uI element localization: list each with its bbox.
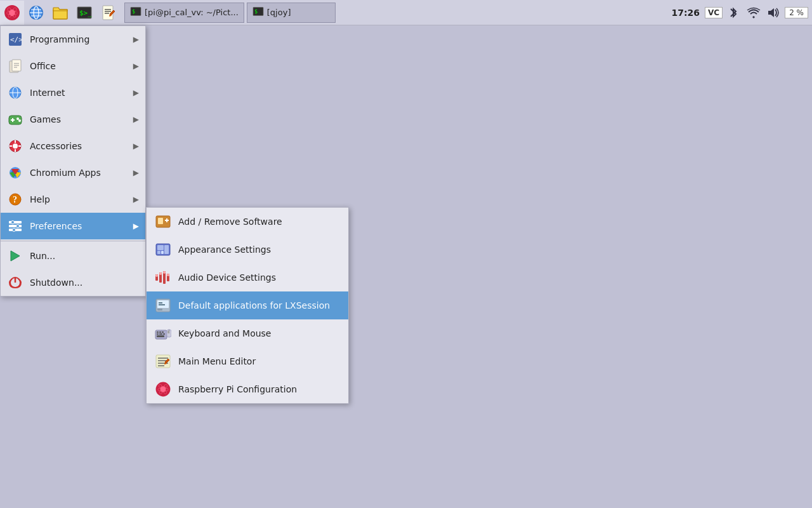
programming-label: Programming bbox=[30, 34, 133, 44]
wifi-icon[interactable] bbox=[744, 1, 763, 24]
raspberry-menu-button[interactable] bbox=[0, 1, 24, 25]
svg-point-2 bbox=[8, 8, 11, 11]
svg-rect-66 bbox=[161, 251, 164, 254]
games-arrow: ▶ bbox=[133, 115, 139, 124]
help-label: Help bbox=[30, 194, 133, 204]
svg-point-54 bbox=[16, 225, 20, 228]
sidebar-item-accessories[interactable]: Accessories ▶ bbox=[1, 133, 145, 159]
preferences-arrow: ▶ bbox=[133, 222, 139, 231]
sidebar-item-internet[interactable]: Internet ▶ bbox=[1, 79, 145, 106]
svg-rect-77 bbox=[157, 300, 169, 308]
svg-point-7 bbox=[13, 15, 16, 17]
svg-point-53 bbox=[11, 221, 15, 224]
help-arrow: ▶ bbox=[133, 195, 139, 204]
svg-rect-78 bbox=[157, 309, 162, 311]
preferences-icon bbox=[7, 218, 23, 234]
file-manager-button[interactable] bbox=[48, 1, 72, 25]
accessories-label: Accessories bbox=[30, 141, 133, 151]
svg-rect-84 bbox=[162, 331, 164, 333]
submenu-item-keyboard-and-mouse[interactable]: Keyboard and Mouse bbox=[147, 319, 348, 347]
svg-point-5 bbox=[15, 11, 17, 14]
volume-icon[interactable] bbox=[764, 1, 783, 24]
preferences-submenu: Add / Remove Software Appearance Setting… bbox=[146, 207, 349, 404]
internet-arrow: ▶ bbox=[133, 88, 139, 97]
terminal-button[interactable]: $>_ bbox=[72, 1, 96, 25]
svg-rect-64 bbox=[157, 245, 164, 250]
svg-point-99 bbox=[159, 384, 162, 387]
programming-icon: </> bbox=[7, 31, 23, 48]
svg-rect-65 bbox=[157, 251, 160, 254]
svg-point-104 bbox=[164, 391, 167, 394]
svg-rect-86 bbox=[159, 333, 162, 335]
svg-point-6 bbox=[8, 15, 11, 17]
svg-rect-60 bbox=[158, 218, 163, 224]
svg-point-100 bbox=[164, 384, 167, 387]
keyboard-and-mouse-icon bbox=[154, 324, 172, 342]
default-applications-label: Default applications for LXSession bbox=[178, 300, 330, 311]
qjoy-window-label: [qjoy] bbox=[267, 8, 291, 17]
taskbar-window-terminal[interactable]: $ [pi@pi_cal_vv: ~/Pict... bbox=[124, 3, 244, 23]
svg-rect-82 bbox=[157, 331, 159, 333]
shutdown-icon bbox=[7, 274, 23, 291]
svg-point-102 bbox=[166, 388, 168, 391]
accessories-arrow: ▶ bbox=[133, 142, 139, 150]
office-icon bbox=[7, 58, 23, 74]
svg-point-74 bbox=[163, 271, 166, 274]
chromium-apps-arrow: ▶ bbox=[133, 168, 139, 177]
sidebar-item-games[interactable]: Games ▶ bbox=[1, 106, 145, 133]
browser-button[interactable] bbox=[24, 1, 48, 25]
shutdown-label: Shutdown... bbox=[30, 277, 139, 288]
help-icon: ? bbox=[7, 191, 23, 208]
main-menu: </> Programming ▶ Office ▶ bbox=[0, 25, 146, 297]
preferences-label: Preferences bbox=[30, 221, 133, 231]
bluetooth-icon[interactable] bbox=[724, 1, 743, 24]
taskbar-right: 17:26 VC 2 % bbox=[667, 1, 812, 24]
sidebar-item-office[interactable]: Office ▶ bbox=[1, 53, 145, 79]
svg-point-101 bbox=[158, 388, 160, 391]
svg-point-38 bbox=[16, 117, 19, 120]
svg-marker-24 bbox=[768, 8, 774, 17]
games-label: Games bbox=[30, 114, 133, 124]
svg-point-41 bbox=[13, 144, 18, 149]
desktop: </> Programming ▶ Office ▶ bbox=[0, 25, 812, 508]
sidebar-item-chromium-apps[interactable]: Chromium Apps ▶ bbox=[1, 159, 145, 186]
taskbar: $>_ $ [pi@pi_cal_vv: ~/Pict... bbox=[0, 0, 812, 25]
svg-text:?: ? bbox=[13, 195, 17, 204]
sidebar-item-programming[interactable]: </> Programming ▶ bbox=[1, 26, 145, 53]
submenu-item-add-remove-software[interactable]: Add / Remove Software bbox=[147, 208, 348, 236]
qjoy-window-icon: $ bbox=[252, 6, 264, 18]
programming-arrow: ▶ bbox=[133, 35, 139, 44]
submenu-item-raspberry-pi-configuration[interactable]: Raspberry Pi Configuration bbox=[147, 375, 348, 403]
menu-separator bbox=[1, 241, 145, 241]
submenu-item-audio-device-settings[interactable]: Audio Device Settings bbox=[147, 264, 348, 291]
svg-text:$: $ bbox=[132, 9, 135, 15]
appearance-settings-icon bbox=[154, 241, 172, 258]
svg-rect-85 bbox=[157, 333, 159, 335]
svg-point-3 bbox=[13, 8, 16, 11]
submenu-item-appearance-settings[interactable]: Appearance Settings bbox=[147, 236, 348, 264]
svg-text:</>: </> bbox=[10, 36, 22, 44]
taskbar-window-qjoy[interactable]: $ [qjoy] bbox=[247, 3, 336, 23]
terminal-window-icon: $ bbox=[130, 6, 141, 18]
svg-point-75 bbox=[167, 274, 169, 276]
terminal-window-label: [pi@pi_cal_vv: ~/Pict... bbox=[145, 8, 239, 17]
svg-point-103 bbox=[159, 391, 162, 394]
submenu-item-default-applications[interactable]: Default applications for LXSession bbox=[147, 291, 348, 319]
sidebar-item-run[interactable]: Run... bbox=[1, 243, 145, 269]
taskbar-left: $>_ $ [pi@pi_cal_vv: ~/Pict... bbox=[0, 1, 667, 25]
vc-badge: VC bbox=[705, 7, 723, 18]
svg-point-55 bbox=[13, 229, 16, 232]
svg-rect-88 bbox=[157, 335, 164, 337]
raspberry-pi-configuration-icon bbox=[154, 380, 172, 398]
appearance-settings-label: Appearance Settings bbox=[178, 244, 271, 255]
sidebar-item-preferences[interactable]: Preferences ▶ bbox=[1, 213, 145, 239]
svg-point-72 bbox=[155, 274, 158, 277]
office-label: Office bbox=[30, 61, 133, 71]
submenu-item-main-menu-editor[interactable]: Main Menu Editor bbox=[147, 347, 348, 375]
text-editor-button[interactable] bbox=[96, 1, 121, 25]
sidebar-item-help[interactable]: ? Help ▶ bbox=[1, 186, 145, 213]
battery-badge: 2 % bbox=[785, 7, 808, 18]
svg-text:$>_: $>_ bbox=[79, 9, 92, 17]
sidebar-item-shutdown[interactable]: Shutdown... bbox=[1, 269, 145, 296]
svg-point-4 bbox=[7, 11, 10, 14]
